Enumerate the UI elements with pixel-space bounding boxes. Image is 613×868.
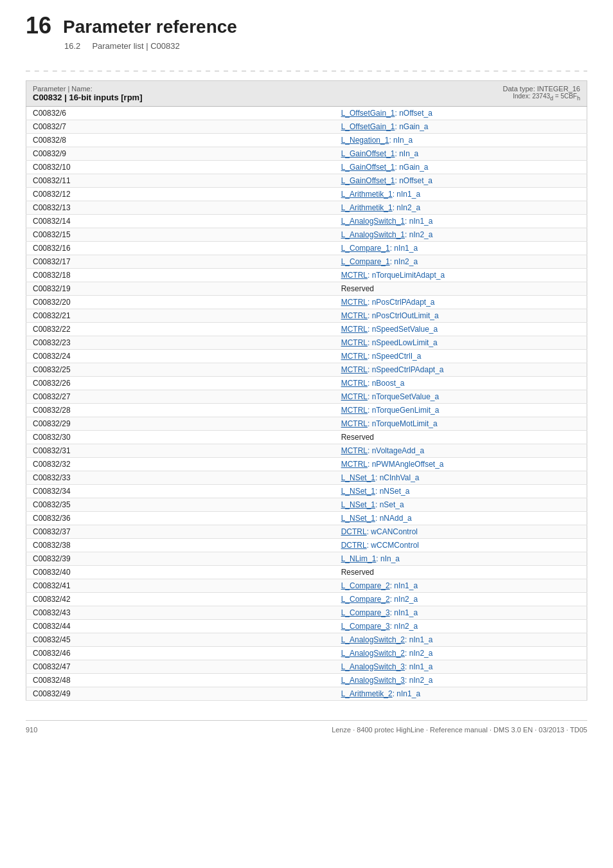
table-row: C00832/8L_Negation_1: nIn_a	[26, 133, 587, 147]
param-prefix: L_AnalogSwitch_1	[341, 217, 405, 226]
param-prefix: L_Arithmetik_2	[341, 689, 393, 698]
table-row: C00832/17L_Compare_1: nIn2_a	[26, 255, 587, 268]
table-row: C00832/30Reserved	[26, 430, 587, 444]
header-right-index: Index: 23743d = 5CBFh	[341, 93, 580, 102]
table-row: C00832/31MCTRL: nVoltageAdd_a	[26, 444, 587, 457]
param-id: C00832/44	[26, 619, 335, 633]
param-value: MCTRL: nSpeedCtrlPAdapt_a	[335, 363, 587, 376]
param-id: C00832/48	[26, 673, 335, 687]
table-row: C00832/49L_Arithmetik_2: nIn1_a	[26, 687, 587, 700]
param-id: C00832/21	[26, 309, 335, 322]
table-row: C00832/44L_Compare_3: nIn2_a	[26, 619, 587, 633]
param-prefix: L_NSet_1	[341, 500, 375, 509]
table-row: C00832/10L_GainOffset_1: nGain_a	[26, 160, 587, 174]
param-value: MCTRL: nTorqueGenLimit_a	[335, 403, 587, 417]
param-prefix: L_AnalogSwitch_3	[341, 676, 405, 685]
param-prefix: L_OffsetGain_1	[341, 122, 395, 131]
table-row: C00832/25MCTRL: nSpeedCtrlPAdapt_a	[26, 363, 587, 376]
param-suffix: : nTorqueGenLimit_a	[368, 406, 439, 415]
param-id: C00832/38	[26, 538, 335, 552]
param-id: C00832/17	[26, 255, 335, 268]
param-value: L_OffsetGain_1: nOffset_a	[335, 106, 587, 120]
param-suffix: : wCCMControl	[367, 541, 419, 550]
sub-heading-number: 16.2	[64, 41, 80, 51]
param-prefix: MCTRL	[341, 460, 368, 469]
header-param-name: C00832 | 16-bit inputs [rpm]	[33, 93, 328, 102]
table-row: C00832/13L_Arithmetik_1: nIn2_a	[26, 201, 587, 214]
param-id: C00832/6	[26, 106, 335, 120]
param-value: MCTRL: nVoltageAdd_a	[335, 444, 587, 457]
param-value: L_Compare_1: nIn1_a	[335, 241, 587, 255]
param-prefix: L_AnalogSwitch_2	[341, 649, 405, 658]
param-value: Reserved	[335, 430, 587, 444]
table-row: C00832/11L_GainOffset_1: nOffset_a	[26, 174, 587, 187]
param-id: C00832/45	[26, 633, 335, 646]
param-suffix: : nIn2_a	[405, 230, 432, 239]
param-id: C00832/36	[26, 511, 335, 525]
table-row: C00832/18MCTRL: nTorqueLimitAdapt_a	[26, 268, 587, 282]
param-value: MCTRL: nSpeedLowLimit_a	[335, 336, 587, 349]
param-suffix: : wCANControl	[367, 527, 418, 536]
param-id: C00832/37	[26, 525, 335, 538]
param-id: C00832/43	[26, 606, 335, 619]
param-value: DCTRL: wCANControl	[335, 525, 587, 538]
table-row: C00832/32MCTRL: nPWMAngleOffset_a	[26, 457, 587, 471]
param-prefix: MCTRL	[341, 379, 368, 388]
param-prefix: L_NSet_1	[341, 514, 375, 523]
param-value: Reserved	[335, 282, 587, 295]
table-row: C00832/46L_AnalogSwitch_2: nIn2_a	[26, 646, 587, 660]
param-prefix: L_OffsetGain_1	[341, 109, 395, 118]
table-row: C00832/35L_NSet_1: nSet_a	[26, 498, 587, 511]
param-value: L_Compare_3: nIn2_a	[335, 619, 587, 633]
param-value: L_Compare_1: nIn2_a	[335, 255, 587, 268]
table-row: C00832/38DCTRL: wCCMControl	[26, 538, 587, 552]
param-suffix: : nSpeedCtrlPAdapt_a	[368, 365, 444, 374]
param-suffix: : nTorqueLimitAdapt_a	[368, 271, 445, 280]
param-suffix: : nIn1_a	[405, 635, 432, 644]
param-id: C00832/20	[26, 295, 335, 309]
param-id: C00832/42	[26, 592, 335, 606]
param-value: L_AnalogSwitch_1: nIn2_a	[335, 228, 587, 241]
param-id: C00832/16	[26, 241, 335, 255]
param-value: L_Arithmetik_1: nIn2_a	[335, 201, 587, 214]
param-suffix: : nIn2_a	[405, 649, 432, 658]
param-prefix: MCTRL	[341, 406, 368, 415]
param-suffix: : nGain_a	[395, 163, 428, 172]
param-value: MCTRL: nPosCtrlOutLimit_a	[335, 309, 587, 322]
table-row: C00832/45L_AnalogSwitch_2: nIn1_a	[26, 633, 587, 646]
param-suffix: : nVoltageAdd_a	[368, 446, 424, 455]
table-row: C00832/19Reserved	[26, 282, 587, 295]
table-row: C00832/14L_AnalogSwitch_1: nIn1_a	[26, 214, 587, 228]
param-suffix: : nTorqueSetValue_a	[368, 392, 439, 401]
param-value: L_AnalogSwitch_2: nIn1_a	[335, 633, 587, 646]
param-value: MCTRL: nTorqueSetValue_a	[335, 390, 587, 403]
param-value: Reserved	[335, 565, 587, 579]
header-param-label: Parameter | Name:	[33, 85, 328, 93]
param-prefix: MCTRL	[341, 446, 368, 455]
param-suffix: : nSet_a	[375, 500, 404, 509]
table-row: C00832/43L_Compare_3: nIn1_a	[26, 606, 587, 619]
table-row: C00832/6L_OffsetGain_1: nOffset_a	[26, 106, 587, 120]
param-id: C00832/40	[26, 565, 335, 579]
param-value: MCTRL: nTorqueMotLimit_a	[335, 417, 587, 430]
parameter-table: Parameter | Name: C00832 | 16-bit inputs…	[26, 80, 587, 701]
param-id: C00832/25	[26, 363, 335, 376]
param-id: C00832/31	[26, 444, 335, 457]
param-value: L_NSet_1: nSet_a	[335, 498, 587, 511]
param-suffix: : nIn1_a	[405, 662, 432, 671]
param-suffix: : nPosCtrlPAdapt_a	[368, 298, 435, 307]
table-row: C00832/47L_AnalogSwitch_3: nIn1_a	[26, 660, 587, 673]
param-id: C00832/15	[26, 228, 335, 241]
param-id: C00832/26	[26, 376, 335, 390]
param-suffix: : nSpeedCtrlI_a	[368, 352, 421, 361]
sub-heading-text: Parameter list | C00832	[92, 41, 179, 51]
param-suffix: : nIn1_a	[390, 608, 418, 617]
param-value: L_AnalogSwitch_3: nIn2_a	[335, 673, 587, 687]
param-id: C00832/12	[26, 187, 335, 201]
param-prefix: L_Compare_2	[341, 581, 390, 590]
param-id: C00832/9	[26, 147, 335, 160]
header-right-label: Data type: INTEGER_16	[341, 85, 580, 93]
param-id: C00832/34	[26, 484, 335, 498]
param-prefix: MCTRL	[341, 338, 368, 347]
table-row: C00832/22MCTRL: nSpeedSetValue_a	[26, 322, 587, 336]
